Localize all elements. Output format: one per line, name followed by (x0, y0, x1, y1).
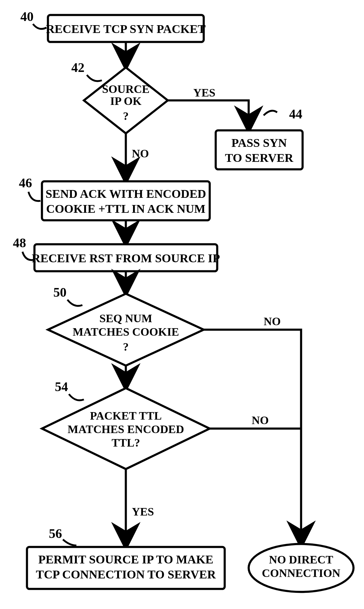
svg-text:40: 40 (20, 9, 34, 24)
ref-42: 42 (71, 60, 102, 81)
svg-text:MATCHES ENCODED: MATCHES ENCODED (68, 423, 184, 435)
svg-text:48: 48 (13, 236, 26, 250)
svg-text:?: ? (123, 340, 129, 353)
ref-46: 46 (19, 176, 40, 201)
svg-text:CONNECTION: CONNECTION (262, 567, 340, 579)
svg-text:RECEIVE RST FROM SOURCE IP: RECEIVE RST FROM SOURCE IP (32, 251, 220, 265)
process-receive-syn: RECEIVE TCP SYN PACKET (46, 15, 206, 42)
ref-40: 40 (20, 9, 46, 29)
svg-text:COOKIE +TTL IN ACK NUM: COOKIE +TTL IN ACK NUM (46, 202, 206, 215)
edge-42-no: NO (126, 133, 149, 180)
svg-text:SEND ACK WITH ENCODED: SEND ACK WITH ENCODED (46, 187, 206, 201)
svg-text:TCP CONNECTION TO SERVER: TCP CONNECTION TO SERVER (36, 568, 216, 581)
process-receive-rst: RECEIVE RST FROM SOURCE IP (32, 244, 220, 271)
ref-56: 56 (49, 526, 76, 545)
process-send-ack: SEND ACK WITH ENCODED COOKIE +TTL IN ACK… (42, 181, 210, 220)
svg-text:NO: NO (264, 315, 281, 328)
ref-50: 50 (53, 285, 82, 306)
svg-text:42: 42 (71, 60, 84, 75)
process-receive-syn-text: RECEIVE TCP SYN PACKET (46, 22, 206, 36)
edge-54-no: NO (210, 414, 301, 429)
svg-text:SOURCE: SOURCE (102, 83, 149, 95)
terminator-no-direct-connection: NO DIRECT CONNECTION (249, 544, 354, 592)
svg-text:54: 54 (55, 379, 68, 394)
svg-text:MATCHES COOKIE: MATCHES COOKIE (73, 325, 179, 338)
svg-text:TTL?: TTL? (111, 436, 140, 449)
edge-54-yes: YES (126, 469, 154, 545)
svg-text:56: 56 (49, 526, 62, 541)
svg-text:46: 46 (19, 176, 32, 190)
decision-ttl-matches: PACKET TTL MATCHES ENCODED TTL? (42, 388, 210, 469)
svg-text:PERMIT SOURCE IP TO MAKE: PERMIT SOURCE IP TO MAKE (38, 553, 214, 566)
ref-54: 54 (55, 379, 84, 400)
decision-source-ip-ok: SOURCE IP OK ? (84, 67, 168, 133)
svg-text:IP OK: IP OK (110, 95, 142, 107)
svg-text:YES: YES (132, 505, 154, 518)
svg-text:NO: NO (132, 147, 149, 160)
svg-text:PASS SYN: PASS SYN (232, 136, 287, 150)
ref-48: 48 (13, 236, 34, 260)
svg-text:SEQ NUM: SEQ NUM (99, 312, 152, 325)
svg-text:50: 50 (53, 285, 67, 300)
svg-text:NO: NO (252, 414, 269, 426)
svg-text:YES: YES (193, 86, 215, 99)
svg-text:?: ? (123, 110, 129, 122)
process-permit-connection: PERMIT SOURCE IP TO MAKE TCP CONNECTION … (27, 547, 225, 589)
svg-text:NO DIRECT: NO DIRECT (269, 553, 333, 566)
svg-text:TO SERVER: TO SERVER (225, 151, 294, 165)
svg-text:PACKET TTL: PACKET TTL (90, 409, 162, 422)
process-pass-syn: PASS SYN TO SERVER (216, 130, 303, 169)
svg-text:44: 44 (289, 107, 302, 121)
ref-44: 44 (264, 107, 302, 121)
edge-42-yes: YES (168, 86, 249, 129)
